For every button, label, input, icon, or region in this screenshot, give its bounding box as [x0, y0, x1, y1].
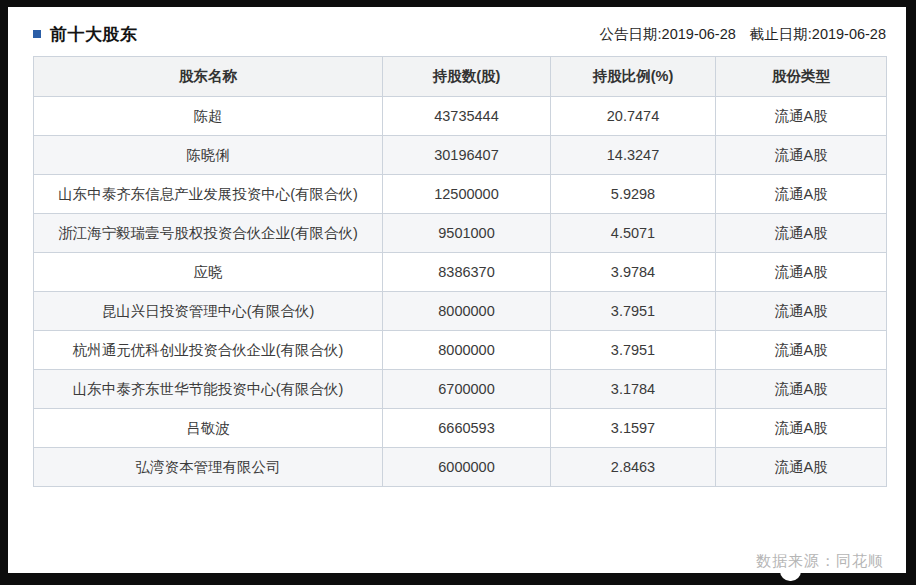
- cell-share-type: 流通A股: [716, 292, 887, 331]
- cell-holding-ratio: 3.7951: [551, 292, 716, 331]
- table-row: 吕敬波 6660593 3.1597 流通A股: [34, 409, 887, 448]
- cell-shares-held: 30196407: [383, 136, 551, 175]
- cell-shares-held: 6700000: [383, 370, 551, 409]
- deadline-date-label: 截止日期:2019-06-28: [750, 25, 886, 44]
- cell-holding-ratio: 5.9298: [551, 175, 716, 214]
- announce-date-label: 公告日期:2019-06-28: [600, 25, 736, 44]
- cell-holding-ratio: 3.9784: [551, 253, 716, 292]
- table-row: 浙江海宁毅瑞壹号股权投资合伙企业(有限合伙) 9501000 4.5071 流通…: [34, 214, 887, 253]
- cell-shareholder-name: 浙江海宁毅瑞壹号股权投资合伙企业(有限合伙): [34, 214, 383, 253]
- cell-shareholder-name: 山东中泰齐东世华节能投资中心(有限合伙): [34, 370, 383, 409]
- cell-share-type: 流通A股: [716, 214, 887, 253]
- cell-holding-ratio: 14.3247: [551, 136, 716, 175]
- column-header-ratio: 持股比例(%): [551, 57, 716, 97]
- shareholder-table-body: 陈超 43735444 20.7474 流通A股 陈晓俐 30196407 14…: [34, 97, 887, 487]
- content-area: 前十大股东 公告日期:2019-06-28 截止日期:2019-06-28 股东…: [8, 7, 906, 573]
- data-source-watermark: 数据来源：同花顺: [756, 552, 884, 571]
- table-row: 昆山兴日投资管理中心(有限合伙) 8000000 3.7951 流通A股: [34, 292, 887, 331]
- cell-shareholder-name: 陈超: [34, 97, 383, 136]
- shareholder-table: 股东名称 持股数(股) 持股比例(%) 股份类型 陈超 43735444 20.…: [33, 56, 887, 487]
- cell-share-type: 流通A股: [716, 370, 887, 409]
- cell-shares-held: 43735444: [383, 97, 551, 136]
- table-row: 山东中泰齐东世华节能投资中心(有限合伙) 6700000 3.1784 流通A股: [34, 370, 887, 409]
- cell-shares-held: 8000000: [383, 292, 551, 331]
- column-header-type: 股份类型: [716, 57, 887, 97]
- cell-shareholder-name: 应晓: [34, 253, 383, 292]
- cell-shareholder-name: 昆山兴日投资管理中心(有限合伙): [34, 292, 383, 331]
- table-row: 杭州通元优科创业投资合伙企业(有限合伙) 8000000 3.7951 流通A股: [34, 331, 887, 370]
- cell-share-type: 流通A股: [716, 331, 887, 370]
- cell-shares-held: 6000000: [383, 448, 551, 487]
- cell-share-type: 流通A股: [716, 409, 887, 448]
- cell-share-type: 流通A股: [716, 136, 887, 175]
- cell-shares-held: 8000000: [383, 331, 551, 370]
- cell-shares-held: 6660593: [383, 409, 551, 448]
- page-title: 前十大股东: [50, 23, 138, 46]
- blue-square-bullet-icon: [33, 30, 41, 38]
- section-header: 前十大股东 公告日期:2019-06-28 截止日期:2019-06-28: [33, 22, 886, 46]
- table-header: 股东名称 持股数(股) 持股比例(%) 股份类型: [34, 57, 887, 97]
- cell-shareholder-name: 杭州通元优科创业投资合伙企业(有限合伙): [34, 331, 383, 370]
- cell-shares-held: 9501000: [383, 214, 551, 253]
- cell-share-type: 流通A股: [716, 448, 887, 487]
- cell-share-type: 流通A股: [716, 97, 887, 136]
- cell-shareholder-name: 弘湾资本管理有限公司: [34, 448, 383, 487]
- column-header-shares: 持股数(股): [383, 57, 551, 97]
- cell-holding-ratio: 3.1597: [551, 409, 716, 448]
- table-row: 陈晓俐 30196407 14.3247 流通A股: [34, 136, 887, 175]
- cell-share-type: 流通A股: [716, 253, 887, 292]
- cell-share-type: 流通A股: [716, 175, 887, 214]
- cell-shareholder-name: 吕敬波: [34, 409, 383, 448]
- table-row: 陈超 43735444 20.7474 流通A股: [34, 97, 887, 136]
- bottom-notch-shape: [780, 571, 801, 581]
- date-labels: 公告日期:2019-06-28 截止日期:2019-06-28: [600, 25, 886, 44]
- cell-shareholder-name: 陈晓俐: [34, 136, 383, 175]
- title-wrap: 前十大股东: [33, 23, 138, 46]
- cell-holding-ratio: 2.8463: [551, 448, 716, 487]
- table-row: 山东中泰齐东信息产业发展投资中心(有限合伙) 12500000 5.9298 流…: [34, 175, 887, 214]
- cell-shares-held: 8386370: [383, 253, 551, 292]
- table-row: 应晓 8386370 3.9784 流通A股: [34, 253, 887, 292]
- cell-holding-ratio: 4.5071: [551, 214, 716, 253]
- table-row: 弘湾资本管理有限公司 6000000 2.8463 流通A股: [34, 448, 887, 487]
- cell-holding-ratio: 3.7951: [551, 331, 716, 370]
- cell-holding-ratio: 3.1784: [551, 370, 716, 409]
- cell-holding-ratio: 20.7474: [551, 97, 716, 136]
- cell-shares-held: 12500000: [383, 175, 551, 214]
- screenshot-frame: 前十大股东 公告日期:2019-06-28 截止日期:2019-06-28 股东…: [0, 0, 916, 585]
- cell-shareholder-name: 山东中泰齐东信息产业发展投资中心(有限合伙): [34, 175, 383, 214]
- column-header-name: 股东名称: [34, 57, 383, 97]
